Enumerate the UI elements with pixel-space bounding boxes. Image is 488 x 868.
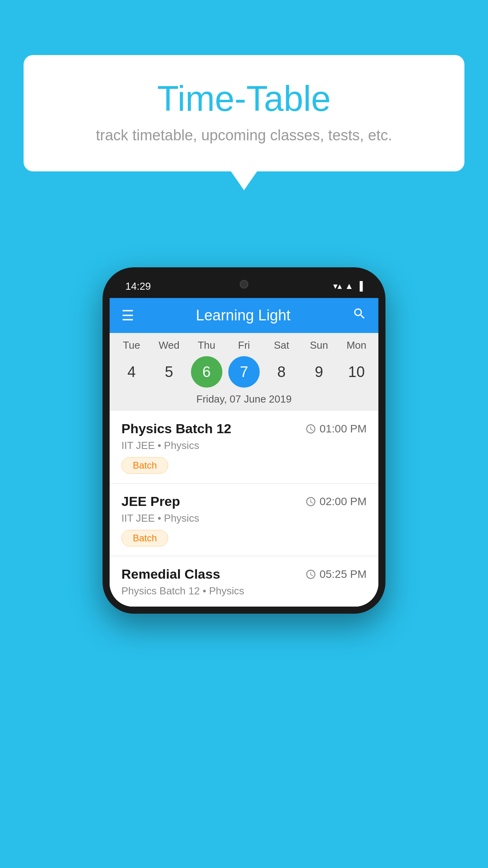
day-header-sun[interactable]: Sun xyxy=(303,339,335,351)
wifi-icon: ▾▴ xyxy=(333,281,342,291)
speech-bubble: Time-Table track timetable, upcoming cla… xyxy=(24,55,464,171)
clock-icon-2 xyxy=(305,496,316,507)
schedule-list: Physics Batch 12 01:00 PM IIT JEE • Phys… xyxy=(110,411,378,607)
phone-notch xyxy=(216,274,272,294)
selected-date-label: Friday, 07 June 2019 xyxy=(110,393,378,411)
clock-icon-3 xyxy=(305,569,316,580)
schedule-item-1[interactable]: Physics Batch 12 01:00 PM IIT JEE • Phys… xyxy=(110,411,378,484)
day-number-8[interactable]: 8 xyxy=(266,356,297,388)
day-number-6-today[interactable]: 6 xyxy=(191,356,222,388)
bubble-subtitle: track timetable, upcoming classes, tests… xyxy=(55,127,433,144)
schedule-time-2: 02:00 PM xyxy=(305,495,367,508)
hamburger-icon[interactable]: ☰ xyxy=(121,309,134,323)
schedule-item-2[interactable]: JEE Prep 02:00 PM IIT JEE • Physics Batc… xyxy=(110,484,378,556)
phone-wrapper: 14:29 ▾▴ ▲ ▐ ☰ Learning Light xyxy=(103,267,385,614)
phone-screen: ☰ Learning Light Tue Wed Thu Fri Sat Sun xyxy=(110,298,378,607)
phone-frame: 14:29 ▾▴ ▲ ▐ ☰ Learning Light xyxy=(103,267,385,614)
schedule-item-1-header: Physics Batch 12 01:00 PM xyxy=(121,421,367,436)
clock-icon-1 xyxy=(305,423,316,434)
app-bar: ☰ Learning Light xyxy=(110,298,378,333)
day-header-tue[interactable]: Tue xyxy=(116,339,147,351)
day-header-mon[interactable]: Mon xyxy=(341,339,372,351)
status-time: 14:29 xyxy=(125,280,151,292)
calendar-strip: Tue Wed Thu Fri Sat Sun Mon 4 5 6 7 8 9 … xyxy=(110,333,378,411)
schedule-name-3: Remedial Class xyxy=(121,566,220,582)
schedule-detail-2: IIT JEE • Physics xyxy=(121,512,367,524)
day-number-7-selected[interactable]: 7 xyxy=(228,356,260,388)
day-header-wed[interactable]: Wed xyxy=(153,339,185,351)
schedule-item-3[interactable]: Remedial Class 05:25 PM Physics Batch 12… xyxy=(110,556,378,607)
day-number-9[interactable]: 9 xyxy=(303,356,335,388)
schedule-name-2: JEE Prep xyxy=(121,494,180,509)
search-icon[interactable] xyxy=(352,307,367,324)
day-number-10[interactable]: 10 xyxy=(341,356,372,388)
day-number-5[interactable]: 5 xyxy=(153,356,185,388)
day-header-thu[interactable]: Thu xyxy=(191,339,222,351)
app-title: Learning Light xyxy=(196,307,291,324)
schedule-name-1: Physics Batch 12 xyxy=(121,421,231,436)
batch-badge-1: Batch xyxy=(121,457,168,474)
day-number-4[interactable]: 4 xyxy=(116,356,147,388)
day-header-fri[interactable]: Fri xyxy=(228,339,260,351)
schedule-detail-3: Physics Batch 12 • Physics xyxy=(121,585,367,597)
day-numbers: 4 5 6 7 8 9 10 xyxy=(110,356,378,388)
speech-bubble-container: Time-Table track timetable, upcoming cla… xyxy=(24,55,464,171)
battery-icon: ▐ xyxy=(356,281,363,291)
bubble-title: Time-Table xyxy=(55,79,433,119)
status-icons: ▾▴ ▲ ▐ xyxy=(333,281,363,291)
status-bar: 14:29 ▾▴ ▲ ▐ xyxy=(110,274,378,298)
camera-dot xyxy=(240,280,248,289)
schedule-item-2-header: JEE Prep 02:00 PM xyxy=(121,494,367,509)
schedule-time-1: 01:00 PM xyxy=(305,423,367,435)
schedule-time-3: 05:25 PM xyxy=(305,568,367,581)
signal-icon: ▲ xyxy=(345,281,354,291)
day-header-sat[interactable]: Sat xyxy=(266,339,297,351)
schedule-item-3-header: Remedial Class 05:25 PM xyxy=(121,566,367,582)
batch-badge-2: Batch xyxy=(121,530,168,546)
schedule-detail-1: IIT JEE • Physics xyxy=(121,440,367,452)
day-headers: Tue Wed Thu Fri Sat Sun Mon xyxy=(110,339,378,351)
